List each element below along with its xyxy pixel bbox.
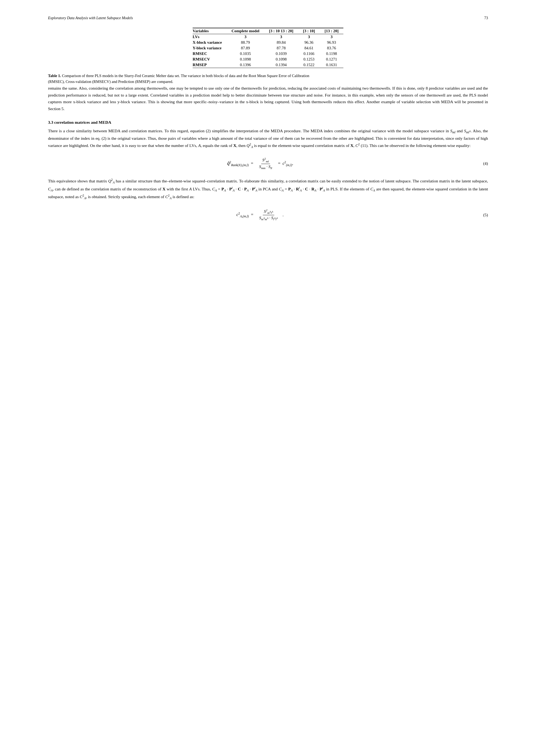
- paragraph-1: remains the same. Also, considering the …: [48, 85, 488, 112]
- table-header-row: Variables Complete model [3 : 10 13 : 20…: [193, 28, 343, 34]
- eq4-number: (4): [472, 161, 488, 166]
- col-range1: [3 : 10 13 : 20]: [264, 28, 298, 34]
- table-row: RMSEP 0.1396 0.1394 0.1522 0.1631: [193, 62, 343, 68]
- table-row: X-block variance 88.79 89.84 96.36 96.93: [193, 40, 343, 45]
- equation-4-content: q̂2Rank(X),(m,l) = S2ml Smm · Sll = c2(m…: [48, 157, 472, 170]
- row-label: RMSEC: [193, 51, 227, 56]
- equation-5-content: c2A,(m,l) = S2mAlA SmAmA · SlAlA .: [48, 208, 472, 221]
- table-row: RMSECV 0.1098 0.1098 0.1253 0.1271: [193, 56, 343, 62]
- col-complete-model: Complete model: [227, 28, 264, 34]
- header-title: Exploratory Data Analysis with Latent Su…: [48, 16, 133, 20]
- row-label: LVs: [193, 34, 227, 40]
- equation-4: q̂2Rank(X),(m,l) = S2ml Smm · Sll = c2(m…: [48, 157, 488, 170]
- col-range3: [13 : 20]: [319, 28, 343, 34]
- table-wrapper: Variables Complete model [3 : 10 13 : 20…: [48, 28, 488, 68]
- eq5-lhs: c2A,(m,l) =: [236, 211, 254, 218]
- page-number: 73: [484, 16, 488, 20]
- table-row: LVs 3 3 3 3: [193, 34, 343, 40]
- section-heading: 3.3 correlation matrices and MEDA: [48, 120, 488, 125]
- row-label: Y-block variance: [193, 45, 227, 51]
- table-caption: Table 1. Comparison of three PLS models …: [48, 73, 310, 85]
- eq4-rhs: = c2(m,l).: [277, 160, 293, 167]
- comparison-table: Variables Complete model [3 : 10 13 : 20…: [193, 28, 343, 68]
- equation-5: c2A,(m,l) = S2mAlA SmAmA · SlAlA . (5): [48, 208, 488, 221]
- col-variables: Variables: [193, 28, 227, 34]
- table-row: RMSEC 0.1035 0.1039 0.1166 0.1198: [193, 51, 343, 56]
- paragraph-2: There is a close similarity between MEDA…: [48, 127, 488, 150]
- eq5-rhs: .: [283, 212, 284, 217]
- eq4-frac: S2ml Smm · Sll: [258, 157, 273, 170]
- page-header: Exploratory Data Analysis with Latent Su…: [48, 16, 488, 20]
- col-range2: [3 : 10]: [298, 28, 319, 34]
- row-label: RMSEP: [193, 62, 227, 68]
- row-label: RMSECV: [193, 56, 227, 62]
- caption-label: Table 1.: [48, 74, 61, 78]
- eq5-frac: S2mAlA SmAmA · SlAlA: [258, 208, 279, 221]
- row-label: X-block variance: [193, 40, 227, 45]
- eq4-lhs: q̂2Rank(X),(m,l) =: [227, 160, 254, 167]
- caption-text: Comparison of three PLS models in the Sl…: [48, 74, 309, 84]
- paragraph-3: This equivalence shows that matrix Q2A h…: [48, 177, 488, 201]
- eq5-number: (5): [472, 212, 488, 217]
- table-row: Y-block variance 87.89 87.78 84.61 83.76: [193, 45, 343, 51]
